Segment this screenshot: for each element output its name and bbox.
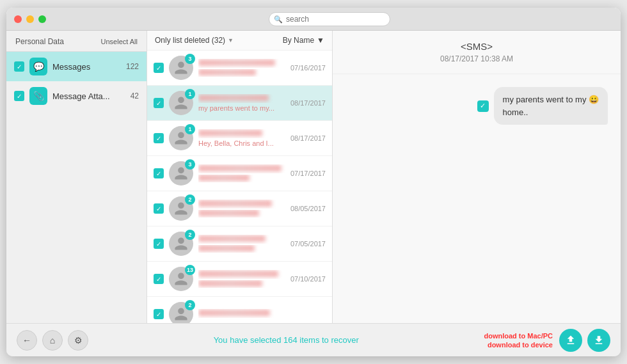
- filter-label: Only list deleted (32): [155, 36, 225, 45]
- msg-date-2: 08/17/2017: [290, 99, 326, 107]
- bottom-bar: ← ⌂ ⚙ You have selected 164 items to rec…: [6, 323, 621, 356]
- search-icon: 🔍: [274, 15, 283, 23]
- blurred-name-3: [198, 130, 262, 136]
- msg-date-7: 07/10/2017: [290, 275, 326, 283]
- msg-check-4[interactable]: [154, 168, 164, 178]
- blurred-name-4: [198, 165, 282, 171]
- msg-name-7: [198, 270, 287, 279]
- status-text: You have selected 164 items to recover: [88, 335, 484, 345]
- msg-name-5: [198, 200, 287, 209]
- msg-content-3: Hey, Bella, Chris and I...: [198, 129, 287, 147]
- msg-name-6: [198, 235, 287, 244]
- message-bubble: my parents went to my 😀home..: [494, 87, 608, 125]
- sidebar-item-attachments[interactable]: 📎 Message Atta... 42: [6, 81, 147, 111]
- msg-name-8: [198, 309, 326, 318]
- msg-badge-4: 3: [185, 159, 195, 170]
- home-button[interactable]: ⌂: [42, 330, 63, 351]
- back-button[interactable]: ←: [17, 330, 37, 351]
- msg-content-5: [198, 200, 287, 218]
- search-input[interactable]: [269, 12, 390, 26]
- msg-content-1: [198, 59, 287, 77]
- message-item-5[interactable]: 2 08/05/2017: [147, 191, 332, 226]
- msg-date-3: 08/17/2017: [290, 134, 326, 142]
- msg-content-6: [198, 235, 287, 253]
- avatar-wrap-6: 2: [169, 232, 193, 256]
- maximize-button[interactable]: [38, 15, 46, 23]
- message-item-1[interactable]: 3 07/16/2017: [147, 51, 332, 86]
- traffic-lights: [14, 15, 46, 23]
- msg-name-1: [198, 59, 287, 68]
- msg-preview-1: [198, 69, 287, 77]
- unselect-all-button[interactable]: Unselect All: [101, 38, 138, 45]
- avatar-wrap-7: 13: [169, 267, 193, 291]
- msg-content-4: [198, 164, 287, 182]
- main-content: Personal Data Unselect All 💬 Messages 12…: [6, 31, 621, 323]
- sms-label: <SMS>: [343, 41, 610, 52]
- messages-count: 122: [126, 62, 139, 71]
- settings-button[interactable]: ⚙: [68, 330, 88, 351]
- bubble-row-1: my parents went to my 😀home..: [345, 87, 608, 125]
- detail-date: 08/17/2017 10:38 AM: [343, 54, 610, 63]
- download-mac-button[interactable]: [587, 329, 610, 352]
- msg-check-5[interactable]: [154, 203, 164, 214]
- message-list: Only list deleted (32) ▼ By Name ▼ 3: [147, 31, 333, 323]
- sidebar-title: Personal Data: [15, 37, 64, 46]
- blurred-preview-4: [198, 175, 250, 181]
- blurred-preview-6: [198, 245, 255, 251]
- message-detail: <SMS> 08/17/2017 10:38 AM my parents wen…: [333, 31, 621, 323]
- message-item-4[interactable]: 3 07/17/2017: [147, 156, 332, 191]
- avatar-wrap-1: 3: [169, 56, 193, 80]
- msg-check-8[interactable]: [154, 309, 164, 319]
- msg-date-1: 07/16/2017: [290, 64, 326, 72]
- blurred-name-2: [198, 95, 269, 101]
- msg-badge-3: 1: [185, 124, 195, 134]
- blurred-name-7: [198, 271, 278, 277]
- msg-date-4: 07/17/2017: [290, 170, 326, 177]
- nav-buttons: ← ⌂ ⚙: [17, 330, 88, 351]
- sort-arrow-icon: ▼: [317, 36, 324, 45]
- msg-check-3[interactable]: [154, 133, 164, 143]
- sidebar-item-messages[interactable]: 💬 Messages 122: [6, 52, 147, 81]
- attachments-icon: 📎: [29, 87, 47, 105]
- detail-messages: my parents went to my 😀home..: [333, 74, 621, 323]
- download-device-link[interactable]: download to device: [488, 341, 553, 349]
- close-button[interactable]: [14, 15, 22, 23]
- message-item-3[interactable]: 1 Hey, Bella, Chris and I... 08/17/2017: [147, 121, 332, 156]
- attachments-label: Message Atta...: [52, 91, 131, 101]
- bubble-check[interactable]: [477, 100, 489, 112]
- blurred-name-8: [198, 310, 270, 316]
- msg-check-1[interactable]: [154, 63, 164, 73]
- message-item-8[interactable]: 2: [147, 297, 332, 323]
- blurred-name-6: [198, 235, 266, 242]
- msg-preview-2: my parents went to my...: [198, 104, 287, 112]
- filter-button[interactable]: Only list deleted (32) ▼: [155, 36, 234, 45]
- status-count: 164: [283, 335, 298, 345]
- msg-check-2[interactable]: [154, 98, 164, 108]
- download-mac-link[interactable]: download to Mac/PC: [484, 332, 553, 340]
- list-header: Only list deleted (32) ▼ By Name ▼: [147, 31, 332, 51]
- blurred-name-1: [198, 59, 275, 66]
- avatar-wrap-3: 1: [169, 126, 193, 150]
- msg-badge-8: 2: [185, 300, 195, 310]
- msg-preview-5: [198, 210, 287, 218]
- messages-check[interactable]: [14, 61, 24, 72]
- msg-preview-6: [198, 245, 287, 253]
- message-item-2[interactable]: 1 my parents went to my... 08/17/2017: [147, 86, 332, 121]
- avatar-wrap-2: 1: [169, 91, 193, 115]
- status-prefix: You have selected: [214, 335, 283, 345]
- msg-check-6[interactable]: [154, 239, 164, 249]
- msg-name-3: [198, 129, 287, 138]
- msg-preview-3: Hey, Bella, Chris and I...: [198, 139, 287, 147]
- msg-check-7[interactable]: [154, 274, 164, 284]
- message-item-7[interactable]: 13 07/10/2017: [147, 262, 332, 297]
- sort-button[interactable]: By Name ▼: [283, 36, 324, 45]
- blurred-preview-5: [198, 210, 259, 216]
- message-item-6[interactable]: 2 07/05/2017: [147, 226, 332, 262]
- download-device-button[interactable]: [559, 329, 582, 352]
- msg-content-2: my parents went to my...: [198, 94, 287, 112]
- minimize-button[interactable]: [26, 15, 34, 23]
- msg-content-7: [198, 270, 287, 288]
- action-buttons: [559, 329, 610, 352]
- attachments-check[interactable]: [14, 91, 24, 101]
- messages-icon: 💬: [29, 58, 47, 75]
